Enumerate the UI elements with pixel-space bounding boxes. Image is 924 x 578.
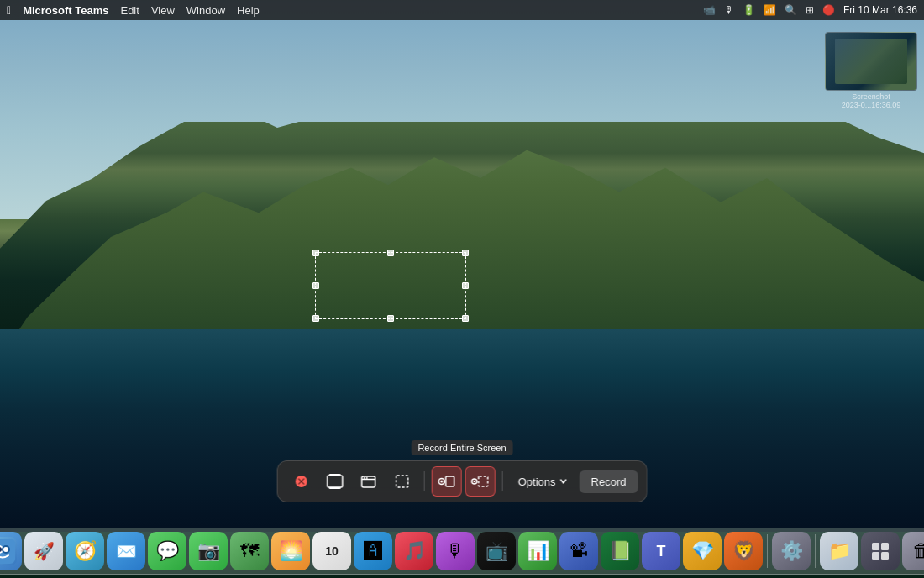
dock-grid[interactable]	[861, 532, 900, 570]
mic-icon: 🎙	[724, 4, 734, 16]
svg-point-15	[473, 481, 475, 482]
dock: 🚀 🧭 ✉️ 💬 📷 🗺 🌅 10 🅰 🎵 🎙 📺 📊 📽 📗	[0, 528, 924, 575]
appletv-icon: 📺	[486, 540, 508, 562]
svg-rect-5	[329, 487, 341, 489]
dock-settings[interactable]: ⚙️	[772, 532, 811, 570]
options-label: Options	[518, 476, 556, 488]
dock-maps[interactable]: 🗺	[230, 532, 269, 570]
handle-bottom-left[interactable]	[312, 315, 319, 322]
dock-finder2[interactable]: 📁	[820, 532, 858, 570]
dock-separator	[767, 534, 768, 568]
handle-top-right[interactable]	[462, 250, 469, 256]
capture-window-button[interactable]	[354, 466, 384, 497]
svg-point-22	[3, 547, 8, 552]
capture-selection-button[interactable]	[387, 466, 417, 497]
podcasts-icon: 🎙	[446, 540, 465, 562]
siri-icon[interactable]: 🔴	[822, 4, 835, 16]
menubar-right: 📹 🎙 🔋 📶 🔍 ⊞ 🔴 Fri 10 Mar 16:36	[703, 4, 917, 16]
clock: Fri 10 Mar 16:36	[843, 4, 917, 16]
dock-teams[interactable]: T	[642, 532, 680, 570]
capture-selection-icon	[393, 472, 412, 491]
appstore-icon: 🅰	[364, 540, 382, 562]
toolbar-divider	[424, 471, 425, 491]
dock-messages[interactable]: 💬	[148, 532, 186, 570]
dock-music[interactable]: 🎵	[395, 532, 433, 570]
apple-menu[interactable]: 	[7, 3, 11, 17]
brave-icon: 🦁	[732, 540, 755, 562]
search-icon[interactable]: 🔍	[785, 4, 797, 16]
dock-finder[interactable]	[0, 532, 22, 570]
control-center-icon[interactable]: ⊞	[806, 4, 814, 16]
menu-edit[interactable]: Edit	[120, 4, 139, 17]
dock-excel[interactable]: 📗	[601, 532, 639, 570]
record-fullscreen-button[interactable]	[432, 466, 462, 497]
svg-rect-3	[328, 476, 343, 487]
dock-mail[interactable]: ✉️	[107, 532, 145, 570]
dock-clock[interactable]: 10	[312, 532, 351, 570]
svg-rect-25	[872, 552, 879, 560]
toolbar-bar: Options Record	[277, 460, 648, 502]
dock-safari[interactable]: 🧭	[66, 532, 104, 570]
record-selection-button[interactable]	[465, 466, 496, 497]
dock-podcasts[interactable]: 🎙	[436, 532, 475, 570]
svg-rect-4	[329, 474, 341, 476]
messages-icon: 💬	[156, 540, 179, 562]
dock-sketch[interactable]: 💎	[683, 532, 722, 570]
record-button[interactable]: Record	[579, 470, 638, 493]
photos-icon: 🌅	[280, 540, 302, 562]
settings-icon: ⚙️	[780, 540, 803, 562]
maps-icon: 🗺	[240, 540, 259, 562]
wifi-icon: 📶	[764, 4, 776, 16]
app-name[interactable]: Microsoft Teams	[23, 4, 108, 17]
battery-icon: 🔋	[743, 4, 755, 16]
chevron-down-icon	[559, 477, 567, 486]
safari-icon: 🧭	[74, 540, 97, 562]
excel-icon: 📗	[609, 540, 632, 562]
record-fullscreen-icon	[438, 472, 456, 491]
numbers-icon: 📊	[527, 540, 549, 562]
svg-rect-13	[446, 476, 454, 486]
clock-icon: 10	[325, 544, 339, 558]
close-icon	[296, 476, 307, 487]
close-button[interactable]	[286, 466, 317, 497]
svg-rect-26	[881, 552, 889, 560]
handle-top-center[interactable]	[387, 250, 394, 256]
dock-appstore[interactable]: 🅰	[354, 532, 392, 570]
toolbar-tooltip: Record Entire Screen	[411, 440, 512, 455]
menu-window[interactable]: Window	[186, 4, 225, 17]
menu-view[interactable]: View	[151, 4, 175, 17]
menu-help[interactable]: Help	[237, 4, 260, 17]
svg-rect-10	[396, 476, 408, 487]
trash-icon: 🗑	[912, 540, 924, 562]
handle-top-left[interactable]	[312, 250, 319, 256]
handle-mid-right[interactable]	[462, 282, 469, 289]
record-selection-icon	[471, 472, 490, 491]
handle-mid-left[interactable]	[312, 282, 319, 289]
screenshot-toolbar: Record Entire Screen	[277, 440, 648, 502]
svg-point-12	[440, 481, 443, 483]
teams-icon: T	[657, 543, 666, 560]
finder-face-icon	[0, 537, 17, 565]
keynote-icon: 📽	[570, 540, 588, 562]
selection-region[interactable]	[315, 252, 466, 319]
options-button[interactable]: Options	[510, 470, 576, 493]
dock-appletv[interactable]: 📺	[477, 532, 516, 570]
dock-trash[interactable]: 🗑	[902, 532, 924, 570]
handle-bottom-center[interactable]	[387, 315, 394, 322]
dock-launchpad[interactable]: 🚀	[24, 532, 63, 570]
mail-icon: ✉️	[116, 541, 137, 561]
capture-fullscreen-icon	[326, 472, 344, 491]
music-icon: 🎵	[403, 540, 426, 562]
screenshot-thumbnail: Screenshot2023-0...16:36.09	[825, 32, 917, 109]
sketch-icon: 💎	[691, 540, 714, 562]
dock-facetime[interactable]: 📷	[189, 532, 228, 570]
dock-photos[interactable]: 🌅	[271, 532, 310, 570]
grid-icon	[870, 541, 890, 561]
capture-fullscreen-button[interactable]	[320, 466, 350, 497]
dock-numbers[interactable]: 📊	[518, 532, 557, 570]
capture-window-icon	[360, 472, 378, 491]
dock-keynote[interactable]: 📽	[559, 532, 598, 570]
handle-bottom-right[interactable]	[462, 315, 469, 322]
dock-brave[interactable]: 🦁	[724, 532, 763, 570]
menubar:  Microsoft Teams Edit View Window Help …	[0, 0, 924, 20]
